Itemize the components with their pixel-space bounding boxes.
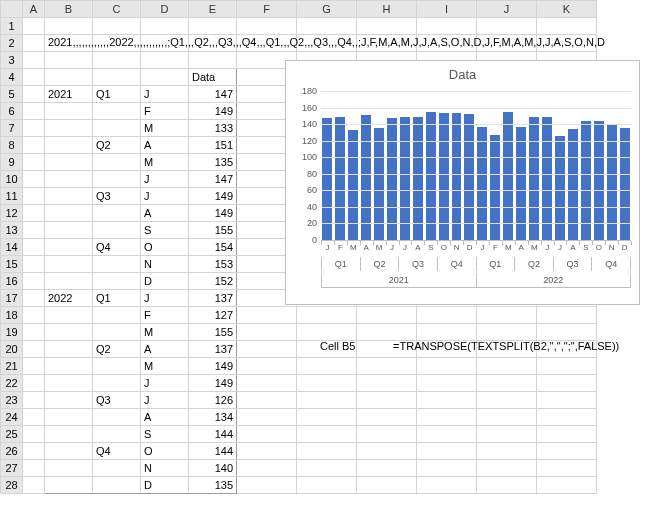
cell[interactable] [297,409,357,426]
cell[interactable] [417,460,477,477]
row-header[interactable]: 25 [1,426,23,443]
col-header[interactable]: I [417,1,477,18]
cell[interactable] [45,392,93,409]
cell[interactable] [45,222,93,239]
col-header[interactable]: F [237,1,297,18]
cell[interactable] [141,69,189,86]
cell[interactable]: 152 [189,273,237,290]
cell[interactable]: 149 [189,205,237,222]
cell[interactable] [45,477,93,494]
cell[interactable] [237,358,297,375]
cell[interactable]: Q1 [93,290,141,307]
row-header[interactable]: 17 [1,290,23,307]
cell[interactable] [477,477,537,494]
cell[interactable]: A [141,205,189,222]
cell[interactable] [477,18,537,35]
row-header[interactable]: 10 [1,171,23,188]
cell[interactable]: 155 [189,324,237,341]
cell[interactable] [23,120,45,137]
cell[interactable]: D [141,477,189,494]
col-header[interactable]: E [189,1,237,18]
cell[interactable] [23,341,45,358]
row-header[interactable]: 18 [1,307,23,324]
cell[interactable]: O [141,443,189,460]
cell[interactable] [477,460,537,477]
cell[interactable] [45,52,93,69]
cell[interactable] [23,307,45,324]
cell[interactable] [537,460,597,477]
row-header[interactable]: 23 [1,392,23,409]
cell[interactable] [297,375,357,392]
row-header[interactable]: 11 [1,188,23,205]
cell[interactable] [45,69,93,86]
cell[interactable] [357,324,417,341]
cell[interactable] [45,426,93,443]
cell[interactable] [237,409,297,426]
cell[interactable] [477,443,537,460]
cell[interactable] [23,273,45,290]
cell[interactable]: N [141,460,189,477]
cell[interactable] [357,443,417,460]
cell[interactable] [23,35,45,52]
cell[interactable] [357,392,417,409]
cell[interactable]: 144 [189,443,237,460]
cell[interactable] [237,375,297,392]
cell[interactable] [45,120,93,137]
row-header[interactable]: 16 [1,273,23,290]
col-header[interactable]: J [477,1,537,18]
cell[interactable] [23,86,45,103]
cell[interactable] [417,18,477,35]
cell[interactable] [477,307,537,324]
cell[interactable] [297,392,357,409]
cell[interactable] [93,460,141,477]
cell[interactable]: S [141,426,189,443]
cell[interactable]: M [141,358,189,375]
cell[interactable] [477,375,537,392]
row-header[interactable]: 5 [1,86,23,103]
row-header[interactable]: 21 [1,358,23,375]
cell[interactable] [537,426,597,443]
cell[interactable] [417,392,477,409]
cell[interactable]: A [141,409,189,426]
cell[interactable]: J [141,392,189,409]
cell[interactable] [537,375,597,392]
cell[interactable] [23,443,45,460]
cell[interactable] [357,426,417,443]
cell[interactable] [23,103,45,120]
cell[interactable]: 153 [189,256,237,273]
cell[interactable] [93,18,141,35]
cell[interactable]: 126 [189,392,237,409]
col-header[interactable]: D [141,1,189,18]
cell[interactable]: 2021,,,,,,,,,,,,2022,,,,,,,,,,,;Q1,,,Q2,… [45,35,93,52]
cell[interactable] [297,307,357,324]
row-header[interactable]: 3 [1,52,23,69]
row-header[interactable]: 13 [1,222,23,239]
cell[interactable]: D [141,273,189,290]
row-header[interactable]: 20 [1,341,23,358]
cell[interactable] [93,171,141,188]
col-header[interactable]: C [93,1,141,18]
cell[interactable] [417,426,477,443]
cell[interactable] [357,460,417,477]
cell[interactable] [23,477,45,494]
cell[interactable] [93,375,141,392]
cell[interactable] [93,256,141,273]
cell[interactable] [297,443,357,460]
cell[interactable]: Q4 [93,239,141,256]
cell[interactable] [237,307,297,324]
cell[interactable] [297,426,357,443]
cell[interactable]: 151 [189,137,237,154]
cell[interactable] [537,307,597,324]
cell[interactable]: 137 [189,341,237,358]
cell[interactable]: A [141,341,189,358]
cell[interactable]: 127 [189,307,237,324]
cell[interactable] [23,154,45,171]
row-header[interactable]: 24 [1,409,23,426]
cell[interactable]: 140 [189,460,237,477]
row-header[interactable]: 1 [1,18,23,35]
cell[interactable]: O [141,239,189,256]
cell[interactable] [417,443,477,460]
cell[interactable] [297,460,357,477]
row-header[interactable]: 2 [1,35,23,52]
cell[interactable] [297,477,357,494]
